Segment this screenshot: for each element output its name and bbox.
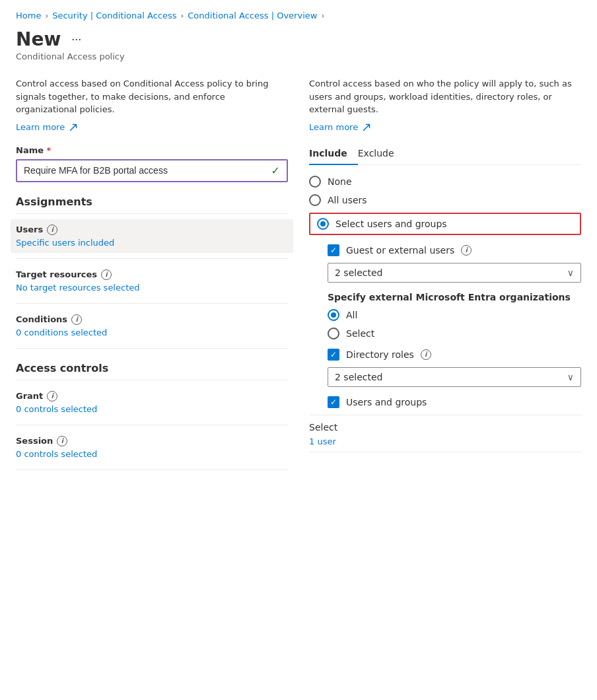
- name-input[interactable]: [24, 165, 271, 176]
- right-panel: Control access based on who the policy w…: [309, 77, 581, 459]
- checkbox-directory-label: Directory roles: [346, 349, 414, 360]
- breadcrumb-sep-3: ›: [321, 11, 324, 20]
- tab-exclude[interactable]: Exclude: [358, 143, 405, 165]
- checkbox-users-groups-row[interactable]: Users and groups: [328, 396, 581, 408]
- session-item[interactable]: Session i 0 controls selected: [16, 431, 288, 464]
- directory-dropdown-chevron: ∨: [567, 372, 574, 382]
- include-exclude-tabs: Include Exclude: [309, 143, 581, 165]
- external-link-icon: [69, 123, 77, 131]
- radio-select-users-circle: [317, 218, 329, 230]
- access-controls-divider: [16, 380, 288, 380]
- guest-info-icon[interactable]: i: [461, 245, 472, 256]
- bottom-divider: [309, 415, 581, 415]
- radio-select-entra[interactable]: Select: [328, 328, 581, 339]
- conditions-item[interactable]: Conditions i 0 conditions selected: [16, 309, 288, 343]
- radio-select-users-label: Select users and groups: [335, 219, 447, 229]
- access-controls-header: Access controls: [16, 362, 288, 374]
- guest-dropdown-chevron: ∨: [567, 267, 574, 278]
- breadcrumb-sep-1: ›: [45, 11, 48, 20]
- name-input-wrapper: ✓: [16, 159, 288, 182]
- breadcrumb-sep-2: ›: [180, 11, 184, 20]
- conditions-value[interactable]: 0 conditions selected: [16, 328, 288, 337]
- conditions-label: Conditions i: [16, 314, 288, 325]
- radio-all-users[interactable]: All users: [309, 194, 581, 206]
- grant-label: Grant i: [16, 391, 288, 402]
- target-resources-label: Target resources i: [16, 269, 288, 280]
- checkbox-guest-label: Guest or external users: [346, 245, 454, 256]
- tab-include[interactable]: Include: [309, 143, 358, 165]
- left-learn-more-link[interactable]: Learn more: [16, 122, 77, 132]
- breadcrumb: Home › Security | Conditional Access › C…: [16, 11, 581, 20]
- radio-select-entra-label: Select: [346, 328, 374, 339]
- page-title-row: New ···: [16, 28, 581, 50]
- radio-all-entra[interactable]: All: [328, 309, 581, 321]
- radio-all-users-circle: [309, 194, 321, 206]
- name-check-icon: ✓: [271, 164, 280, 177]
- name-label: Name *: [16, 145, 288, 155]
- left-description: Control access based on Conditional Acce…: [16, 77, 288, 116]
- checkbox-directory-box: [328, 349, 339, 361]
- breadcrumb-overview[interactable]: Conditional Access | Overview: [188, 11, 317, 20]
- select-value[interactable]: 1 user: [309, 437, 581, 446]
- checkbox-guest-box: [328, 244, 339, 256]
- page-subtitle: Conditional Access policy: [16, 52, 581, 61]
- assignments-divider: [16, 213, 288, 214]
- grant-value[interactable]: 0 controls selected: [16, 404, 288, 414]
- users-label: Users i: [16, 225, 288, 235]
- main-content: Control access based on Conditional Acce…: [16, 77, 581, 475]
- radio-all-entra-circle: [328, 309, 339, 321]
- grant-divider: [16, 425, 288, 425]
- assignment-radio-group: None All users Select users and groups: [309, 176, 581, 235]
- radio-all-users-label: All users: [328, 195, 367, 205]
- session-value[interactable]: 0 controls selected: [16, 449, 288, 459]
- entra-radio-group: All Select: [328, 309, 581, 339]
- directory-dropdown-value: 2 selected: [335, 372, 382, 382]
- access-controls-section: Access controls Grant i 0 controls selec…: [16, 362, 288, 470]
- page-title: New: [16, 28, 61, 50]
- directory-dropdown[interactable]: 2 selected ∨: [328, 367, 581, 387]
- required-indicator: *: [47, 145, 52, 155]
- grant-item[interactable]: Grant i 0 controls selected: [16, 386, 288, 419]
- target-resources-info-icon[interactable]: i: [101, 269, 112, 280]
- assignments-header: Assignments: [16, 195, 288, 208]
- radio-select-users-row[interactable]: Select users and groups: [309, 213, 581, 235]
- checkbox-guest-row[interactable]: Guest or external users i: [328, 244, 581, 256]
- checkbox-users-groups-label: Users and groups: [346, 397, 427, 407]
- grant-info-icon[interactable]: i: [47, 391, 57, 402]
- specify-header: Specify external Microsoft Entra organiz…: [328, 292, 581, 302]
- directory-info-icon[interactable]: i: [421, 349, 431, 360]
- checkbox-users-groups-box: [328, 396, 339, 408]
- radio-none-label: None: [328, 176, 352, 187]
- select-section: Select 1 user: [309, 422, 581, 446]
- more-options-button[interactable]: ···: [67, 31, 85, 48]
- guest-dropdown-value: 2 selected: [335, 267, 382, 278]
- target-resources-divider: [16, 303, 288, 304]
- right-external-link-icon: [363, 123, 370, 131]
- bottom-divider-2: [309, 452, 581, 452]
- name-section: Name * ✓: [16, 145, 288, 182]
- right-description: Control access based on who the policy w…: [309, 77, 581, 116]
- breadcrumb-home[interactable]: Home: [16, 11, 41, 20]
- breadcrumb-security[interactable]: Security | Conditional Access: [52, 11, 176, 20]
- session-label: Session i: [16, 436, 288, 446]
- users-info-icon[interactable]: i: [47, 225, 57, 235]
- radio-all-entra-label: All: [346, 310, 357, 320]
- session-info-icon[interactable]: i: [57, 436, 67, 446]
- users-divider: [16, 258, 288, 259]
- target-resources-item[interactable]: Target resources i No target resources s…: [16, 264, 288, 298]
- session-divider: [16, 470, 288, 470]
- radio-none-circle: [309, 176, 321, 188]
- select-label: Select: [309, 422, 581, 433]
- target-resources-value[interactable]: No target resources selected: [16, 283, 288, 293]
- conditions-divider: [16, 348, 288, 349]
- users-item[interactable]: Users i Specific users included: [11, 219, 293, 253]
- left-panel: Control access based on Conditional Acce…: [16, 77, 288, 475]
- right-learn-more-link[interactable]: Learn more: [309, 122, 370, 132]
- conditions-info-icon[interactable]: i: [71, 314, 82, 325]
- checkbox-directory-row[interactable]: Directory roles i: [328, 349, 581, 361]
- radio-none[interactable]: None: [309, 176, 581, 188]
- guest-dropdown[interactable]: 2 selected ∨: [328, 263, 581, 283]
- users-value[interactable]: Specific users included: [16, 238, 288, 248]
- assignments-section: Assignments Users i Specific users inclu…: [16, 195, 288, 349]
- radio-select-entra-circle: [328, 328, 339, 339]
